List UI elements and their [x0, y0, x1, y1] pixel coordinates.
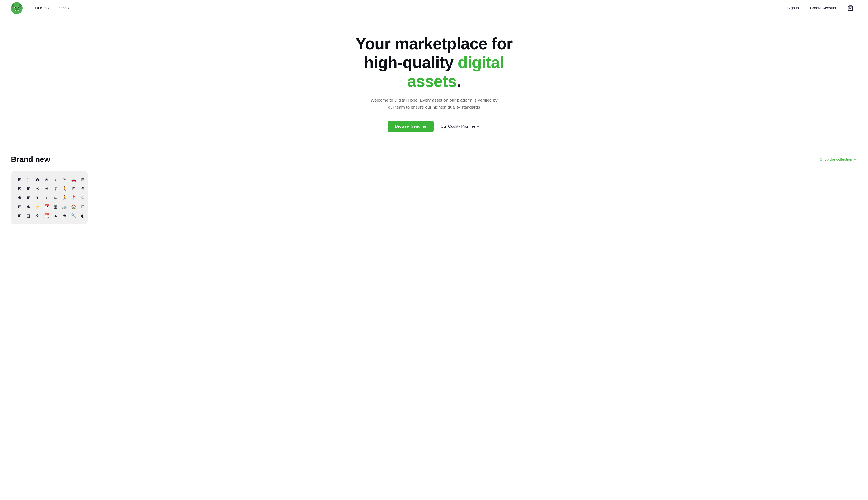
grid-icon: 🏃: [61, 194, 68, 201]
hero-title: Your marketplace for high-quality digita…: [337, 34, 531, 90]
nav-item-ui-kits[interactable]: UI Kits ▾: [32, 4, 53, 12]
grid-icon: ⊞: [25, 194, 32, 201]
grid-icon: ⊞: [16, 213, 23, 219]
cart-icon: [847, 5, 853, 11]
hero-section: Your marketplace for high-quality digita…: [0, 16, 868, 146]
grid-icon: ≺: [34, 185, 41, 192]
grid-icon: 📍: [70, 194, 77, 201]
svg-point-7: [15, 8, 19, 11]
section-header: Brand new Shop the collection →: [11, 155, 857, 164]
navbar-nav: UI Kits ▾ Icons ▾: [32, 4, 787, 12]
navbar: UI Kits ▾ Icons ▾ Sign in Create Account…: [0, 0, 868, 16]
grid-icon: 📅: [43, 204, 50, 210]
grid-icon: 🚗: [70, 177, 77, 183]
chevron-down-icon: ▾: [48, 7, 49, 10]
logo-link[interactable]: [11, 2, 23, 14]
grid-icon: ★: [61, 213, 68, 219]
sign-in-link[interactable]: Sign in: [787, 6, 799, 10]
brand-new-section: Brand new Shop the collection → ⊞ ⬚ ⁂ ≋ …: [0, 146, 868, 238]
grid-icon: ⊘: [80, 194, 86, 201]
grid-icon: 📆: [43, 213, 50, 219]
svg-point-1: [12, 4, 14, 7]
grid-icon: ◎: [53, 185, 59, 192]
grid-icon: ✴: [43, 185, 50, 192]
icon-grid: ⊞ ⬚ ⁂ ≋ ↓ ✎ 🚗 ⊟ ⊠ ⊞ ≺ ✴ ◎ 🚶 ⊡ ⊕ ✳ ⊞ 🎙 ⋎ …: [16, 177, 82, 219]
grid-icon: ⊠: [16, 185, 23, 192]
grid-icon: ◐: [80, 213, 86, 219]
nav-divider: [804, 5, 805, 11]
grid-icon: ☺: [53, 194, 59, 201]
svg-point-2: [19, 4, 22, 7]
grid-icon: ✳: [16, 194, 23, 201]
grid-icon: 🔧: [70, 213, 77, 219]
hero-buttons: Browse Trending Our Quality Promise →: [388, 121, 481, 132]
svg-point-5: [15, 7, 16, 8]
shop-collection-link[interactable]: Shop the collection →: [820, 157, 857, 162]
grid-icon: 🏠: [70, 204, 77, 210]
svg-point-6: [18, 7, 19, 8]
grid-icon: 🚲: [61, 204, 68, 210]
grid-icon: ⊞: [16, 177, 23, 183]
grid-icon: ⊟: [16, 204, 23, 210]
grid-icon: ⬚: [25, 177, 32, 183]
svg-point-9: [17, 9, 18, 10]
cart-count: 1: [855, 6, 857, 10]
grid-icon: 🚶: [61, 185, 68, 192]
nav-label-ui-kits: UI Kits: [35, 6, 47, 10]
svg-point-8: [16, 9, 16, 10]
grid-icon: ✈: [34, 213, 41, 219]
quality-promise-link[interactable]: Our Quality Promise →: [441, 124, 481, 129]
chevron-down-icon: ▾: [68, 7, 69, 10]
nav-label-icons: Icons: [57, 6, 67, 10]
grid-icon: 🎙: [34, 194, 41, 201]
section-title: Brand new: [11, 155, 50, 164]
icon-grid-card: ⊞ ⬚ ⁂ ≋ ↓ ✎ 🚗 ⊟ ⊠ ⊞ ≺ ✴ ◎ 🚶 ⊡ ⊕ ✳ ⊞ 🎙 ⋎ …: [11, 171, 88, 224]
grid-icon: ▦: [25, 213, 32, 219]
grid-icon: ⊞: [25, 185, 32, 192]
grid-icon: ✎: [61, 177, 68, 183]
hero-title-text: Your marketplace for high-quality digita…: [356, 35, 513, 90]
grid-icon: ⊕: [25, 204, 32, 210]
browse-trending-button[interactable]: Browse Trending: [388, 121, 433, 132]
navbar-actions: Sign in Create Account 1: [787, 5, 857, 11]
grid-icon: ⊕: [80, 185, 86, 192]
logo-icon: [11, 2, 23, 14]
grid-icon: ⚡: [34, 204, 41, 210]
cart-button[interactable]: 1: [847, 5, 857, 11]
grid-icon: ⊡: [70, 185, 77, 192]
grid-icon: ⋎: [43, 194, 50, 201]
grid-icon: ↓: [53, 177, 59, 183]
hero-subtitle: Welcome to DigitalHippo. Every asset on …: [369, 97, 499, 111]
grid-icon: ▲: [53, 213, 59, 219]
grid-icon: ≋: [43, 177, 50, 183]
svg-point-0: [11, 2, 23, 14]
hero-title-accent: digital assets: [407, 53, 504, 90]
nav-item-icons[interactable]: Icons ▾: [54, 4, 73, 12]
grid-icon: ⊟: [80, 177, 86, 183]
create-account-link[interactable]: Create Account: [810, 6, 836, 10]
grid-icon: ▦: [53, 204, 59, 210]
grid-icon: ⊡: [80, 204, 86, 210]
grid-icon: ⁂: [34, 177, 41, 183]
